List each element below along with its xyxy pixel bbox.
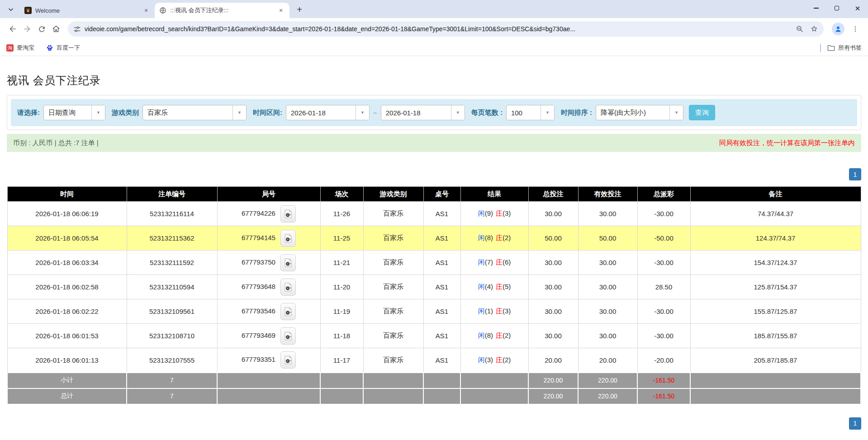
- cell-session: 11-21: [320, 251, 363, 275]
- cell-result: 闲(1)庄(3): [460, 299, 528, 324]
- date-start-select[interactable]: 2026-01-18▼: [286, 105, 370, 120]
- query-type-select[interactable]: 日期查询▼: [43, 105, 105, 120]
- cell-table: AS1: [423, 324, 460, 348]
- sort-order-label: 时间排序 :: [561, 109, 592, 117]
- cell-round: 677794226: [217, 202, 320, 226]
- table-row: 2026-01-18 06:05:54523132115362677794145…: [7, 226, 861, 251]
- browser-toolbar: videoie.com/game/betrecord_search/kind3?…: [0, 18, 868, 40]
- all-bookmarks[interactable]: 所有书签: [827, 44, 862, 52]
- col-time: 时间: [7, 187, 127, 202]
- all-bookmarks-label: 所有书签: [838, 44, 862, 52]
- chevron-down-icon: ▼: [356, 105, 369, 120]
- bookmark-baidu[interactable]: du 百度一下: [46, 44, 80, 52]
- date-end-select[interactable]: 2026-01-18▼: [381, 105, 465, 120]
- bookmark-star-icon[interactable]: [810, 25, 818, 33]
- bookmarks-bar: 淘 爱淘宝 du 百度一下 所有书签: [0, 40, 868, 56]
- col-result: 结果: [460, 187, 528, 202]
- zoom-icon[interactable]: [796, 25, 804, 33]
- cell-session: 11-26: [320, 202, 363, 226]
- col-bet-id: 注单编号: [127, 187, 217, 202]
- tab-welcome[interactable]: ♛ Welcome ×: [20, 3, 155, 18]
- cell-payout: -30.00: [637, 202, 690, 226]
- cell-bet-id: 523132110594: [127, 275, 217, 299]
- cell-valid-bet: 20.00: [578, 348, 637, 373]
- table-row: 2026-01-18 06:06:19523132116114677794226…: [7, 202, 861, 226]
- close-tab-icon[interactable]: ×: [277, 6, 285, 14]
- game-kind-select[interactable]: 百家乐▼: [142, 105, 247, 120]
- video-record-icon[interactable]: [280, 303, 296, 320]
- cell-round: 677793648: [217, 275, 320, 299]
- cell-table: AS1: [423, 251, 460, 275]
- home-icon[interactable]: [49, 22, 63, 36]
- cell-result: 闲(4)庄(5): [460, 275, 528, 299]
- cell-time: 2026-01-18 06:06:19: [7, 202, 127, 226]
- cell-table: AS1: [423, 226, 460, 251]
- tab-search-chevron-icon[interactable]: [5, 3, 17, 16]
- video-record-icon[interactable]: [280, 327, 296, 345]
- cell-note: 125.87/154.37: [690, 275, 861, 299]
- page-button[interactable]: 1: [849, 417, 861, 430]
- cell-round: 677793750: [217, 251, 320, 275]
- video-record-icon[interactable]: [280, 279, 296, 296]
- site-settings-icon[interactable]: [73, 25, 81, 33]
- cell-note: 124.37/74.37: [690, 226, 861, 251]
- cell-total-bet: 30.00: [528, 202, 578, 226]
- bookmark-taobao[interactable]: 淘 爱淘宝: [6, 44, 34, 52]
- summary-label: 总计: [7, 388, 127, 404]
- cell-valid-bet: 50.00: [578, 226, 637, 251]
- maximize-button[interactable]: [826, 0, 847, 16]
- sort-order-select[interactable]: 降幂(由大到小)▼: [596, 105, 683, 120]
- cell-result: 闲(9)庄(3): [460, 202, 528, 226]
- chevron-down-icon: ▼: [541, 105, 554, 120]
- cell-bet-id: 523132116114: [127, 202, 217, 226]
- video-record-icon[interactable]: [280, 351, 296, 369]
- table-totals: 小计7220.00220.00-161.50总计7220.00220.00-16…: [7, 373, 861, 404]
- cell-bet-id: 523132108710: [127, 324, 217, 348]
- back-icon[interactable]: [5, 22, 20, 36]
- summary-count: 7: [127, 388, 217, 404]
- svg-text:du: du: [49, 48, 51, 50]
- summary-valid-bet: 220.00: [578, 373, 637, 388]
- currency-total-text: 币别 : 人民币 | 总共 :7 注单 |: [13, 139, 99, 147]
- new-tab-button[interactable]: +: [293, 3, 306, 16]
- video-record-icon[interactable]: [280, 254, 296, 271]
- page-title: 视讯 会员下注纪录: [7, 73, 861, 88]
- profile-avatar[interactable]: [832, 23, 844, 35]
- cell-session: 11-18: [320, 324, 363, 348]
- table-body: 2026-01-18 06:06:19523132116114677794226…: [7, 202, 861, 373]
- tab-betrecord[interactable]: :::视讯 会员下注纪录::: ×: [155, 3, 289, 18]
- filter-panel: 请选择: 日期查询▼ 游戏类别 百家乐▼ 时间区间: 2026-01-18▼ ~…: [7, 95, 861, 130]
- minimize-button[interactable]: [806, 0, 826, 16]
- close-window-button[interactable]: ✕: [847, 0, 868, 16]
- cell-payout: -30.00: [637, 324, 690, 348]
- chevron-down-icon: ▼: [669, 105, 683, 120]
- search-button[interactable]: 查询: [689, 105, 715, 120]
- summary-payout: -161.50: [637, 388, 690, 404]
- reload-icon[interactable]: [34, 22, 49, 36]
- video-record-icon[interactable]: [280, 230, 296, 247]
- col-session: 场次: [320, 187, 363, 202]
- address-bar[interactable]: videoie.com/game/betrecord_search/kind3?…: [68, 21, 824, 37]
- cell-time: 2026-01-18 06:02:22: [7, 299, 127, 324]
- url-text[interactable]: videoie.com/game/betrecord_search/kind3?…: [85, 25, 792, 33]
- page-content: 视讯 会员下注纪录 请选择: 日期查询▼ 游戏类别 百家乐▼ 时间区间: 202…: [0, 73, 868, 430]
- table-header: 时间 注单编号 局号 场次 游戏类别 桌号 结果 总投注 有效投注 总派彩 备注: [7, 187, 861, 202]
- video-record-icon[interactable]: [280, 205, 296, 222]
- summary-row: 小计7220.00220.00-161.50: [7, 373, 861, 388]
- window-controls: ✕: [806, 0, 868, 16]
- cell-time: 2026-01-18 06:01:53: [7, 324, 127, 348]
- cell-game: 百家乐: [363, 202, 423, 226]
- col-total-bet: 总投注: [528, 187, 578, 202]
- cell-time: 2026-01-18 06:03:34: [7, 251, 127, 275]
- summary-valid-bet: 220.00: [578, 388, 637, 404]
- page-button[interactable]: 1: [849, 168, 861, 180]
- forward-icon[interactable]: [20, 22, 34, 36]
- records-table: 时间 注单编号 局号 场次 游戏类别 桌号 结果 总投注 有效投注 总派彩 备注…: [7, 186, 861, 405]
- close-tab-icon[interactable]: ×: [142, 6, 150, 14]
- cell-time: 2026-01-18 06:05:54: [7, 226, 127, 251]
- pagination-bottom: 1: [7, 417, 861, 430]
- menu-kebab-icon[interactable]: [848, 22, 863, 36]
- cell-round: 677793546: [217, 299, 320, 324]
- page-size-select[interactable]: 100▼: [506, 105, 555, 120]
- cell-note: 74.37/44.37: [690, 202, 861, 226]
